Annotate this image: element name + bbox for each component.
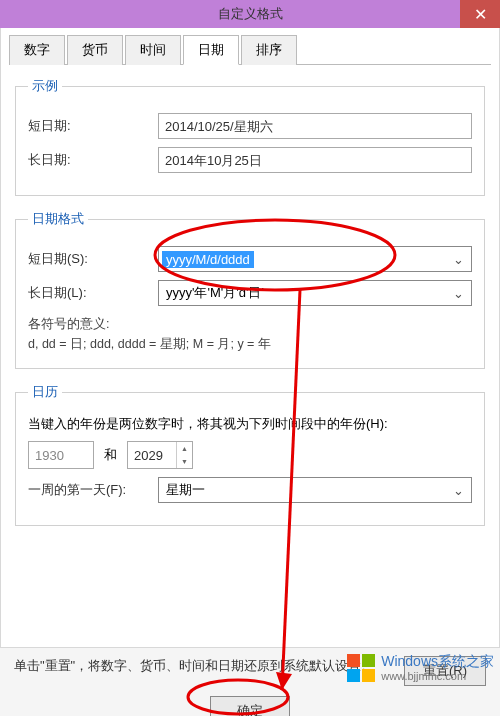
tab-bar: 数字 货币 时间 日期 排序 [9,34,491,65]
long-date-format-combo[interactable]: yyyy'年'M'月'd'日' ⌄ [158,280,472,306]
first-day-combo[interactable]: 星期一 ⌄ [158,477,472,503]
tab-number[interactable]: 数字 [9,35,65,65]
symbol-meaning: 各符号的意义: d, dd = 日; ddd, dddd = 星期; M = 月… [28,314,472,354]
chevron-down-icon: ⌄ [453,286,468,301]
short-date-format-value: yyyy/M/d/dddd [162,251,254,268]
example-group: 示例 短日期: 2014/10/25/星期六 长日期: 2014年10月25日 [15,77,485,196]
calendar-legend: 日历 [28,383,62,401]
short-date-example-value: 2014/10/25/星期六 [158,113,472,139]
tab-time[interactable]: 时间 [125,35,181,65]
two-digit-year-label: 当键入的年份是两位数字时，将其视为下列时间段中的年份(H): [28,415,472,433]
long-date-format-value: yyyy'年'M'月'd'日' [162,283,268,303]
tab-sort[interactable]: 排序 [241,35,297,65]
chevron-down-icon: ⌄ [453,483,468,498]
watermark: Windows系统之家 www.bjjmmc.com [347,654,494,682]
long-date-example-label: 长日期: [28,151,158,169]
close-icon: ✕ [474,5,487,24]
titlebar: 自定义格式 ✕ [0,0,500,28]
ok-button[interactable]: 确定 [210,696,290,716]
calendar-group: 日历 当键入的年份是两位数字时，将其视为下列时间段中的年份(H): 1930 和… [15,383,485,526]
short-date-format-combo[interactable]: yyyy/M/d/dddd ⌄ [158,246,472,272]
tab-currency[interactable]: 货币 [67,35,123,65]
short-date-example-label: 短日期: [28,117,158,135]
spin-down-icon[interactable]: ▼ [177,455,192,468]
year-to-spinner[interactable]: ▲ ▼ [176,442,192,468]
tab-date[interactable]: 日期 [183,35,239,65]
year-from-value: 1930 [35,448,64,463]
symbol-meaning-text: d, dd = 日; ddd, dddd = 星期; M = 月; y = 年 [28,334,472,354]
date-format-legend: 日期格式 [28,210,88,228]
between-label: 和 [104,446,117,464]
windows-logo-icon [347,654,375,682]
short-date-format-label: 短日期(S): [28,250,158,268]
first-day-value: 星期一 [162,480,209,500]
year-to-value: 2029 [134,448,163,463]
year-from-input: 1930 [28,441,94,469]
date-format-group: 日期格式 短日期(S): yyyy/M/d/dddd ⌄ 长日期(L): yyy… [15,210,485,369]
symbol-meaning-label: 各符号的意义: [28,314,472,334]
first-day-label: 一周的第一天(F): [28,481,158,499]
long-date-example-value: 2014年10月25日 [158,147,472,173]
long-date-format-label: 长日期(L): [28,284,158,302]
dialog-content: 数字 货币 时间 日期 排序 示例 短日期: 2014/10/25/星期六 长日… [0,28,500,648]
year-to-input[interactable]: 2029 ▲ ▼ [127,441,193,469]
watermark-line1: Windows系统之家 [381,654,494,669]
reset-description: 单击"重置"，将数字、货币、时间和日期还原到系统默认设置。 [14,656,394,677]
spin-up-icon[interactable]: ▲ [177,442,192,455]
watermark-line2: www.bjjmmc.com [381,670,494,682]
chevron-down-icon: ⌄ [453,252,468,267]
example-legend: 示例 [28,77,62,95]
window-title: 自定义格式 [218,5,283,23]
close-button[interactable]: ✕ [460,0,500,28]
